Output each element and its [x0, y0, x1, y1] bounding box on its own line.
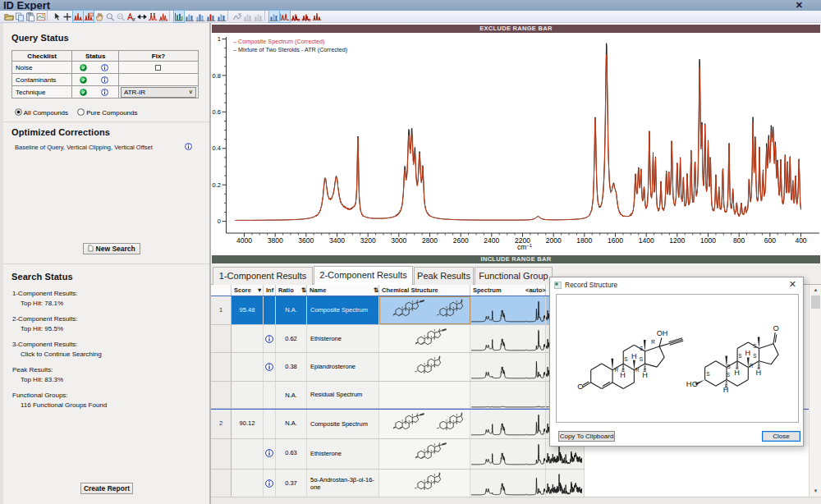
svg-text:R: R [635, 367, 640, 373]
svg-text:H: H [745, 349, 751, 357]
svg-text:S: S [753, 353, 756, 359]
svg-text:0.4: 0.4 [213, 144, 221, 152]
svg-text:800: 800 [733, 236, 745, 245]
svg-text:S: S [624, 356, 627, 362]
svg-text:2000: 2000 [546, 236, 562, 245]
svg-text:2800: 2800 [422, 236, 438, 245]
svg-text:0: 0 [218, 218, 221, 225]
svg-text:1000: 1000 [700, 236, 716, 245]
svg-text:O: O [773, 323, 778, 332]
svg-text:1: 1 [218, 35, 221, 43]
svg-text:0.8: 0.8 [213, 72, 221, 80]
svg-text:S: S [727, 364, 730, 369]
svg-text:4000: 4000 [236, 236, 252, 245]
svg-text:H: H [620, 371, 626, 379]
svg-text:3000: 3000 [391, 236, 406, 245]
svg-text:S: S [753, 343, 756, 349]
svg-text:0.2: 0.2 [213, 181, 221, 189]
svg-text:2400: 2400 [484, 236, 499, 245]
svg-text:3800: 3800 [268, 236, 283, 245]
svg-text:S: S [640, 356, 643, 362]
svg-text:R: R [614, 367, 618, 373]
svg-text:H: H [723, 386, 729, 394]
svg-text:1200: 1200 [669, 236, 685, 245]
svg-text:– Mixture of Two Steroids - AT: – Mixture of Two Steroids - ATR (Correct… [233, 46, 347, 53]
svg-text:400: 400 [795, 236, 806, 245]
svg-text:O: O [577, 382, 583, 391]
svg-text:S: S [640, 346, 643, 351]
svg-text:3600: 3600 [298, 236, 314, 245]
svg-text:3200: 3200 [360, 236, 376, 245]
svg-text:– Composite Spectrum (Correcte: – Composite Spectrum (Corrected) [233, 38, 324, 45]
svg-text:1600: 1600 [608, 236, 623, 245]
svg-text:1400: 1400 [639, 236, 654, 245]
svg-text:600: 600 [764, 236, 776, 245]
svg-text:S: S [727, 372, 730, 378]
svg-text:1800: 1800 [576, 236, 592, 245]
svg-text:R: R [651, 339, 655, 345]
svg-text:S: S [706, 371, 709, 377]
svg-text:H: H [631, 352, 637, 360]
svg-text:S: S [738, 353, 741, 359]
svg-text:H: H [734, 369, 740, 377]
svg-text:HO: HO [686, 379, 698, 388]
svg-text:0.6: 0.6 [213, 108, 221, 116]
svg-text:H: H [642, 371, 648, 379]
svg-text:H: H [756, 369, 762, 377]
svg-text:R: R [750, 363, 754, 369]
svg-text:3400: 3400 [329, 236, 345, 245]
svg-text:cm−1: cm−1 [517, 243, 533, 251]
svg-text:2600: 2600 [453, 236, 469, 245]
svg-text:OH: OH [657, 329, 668, 337]
